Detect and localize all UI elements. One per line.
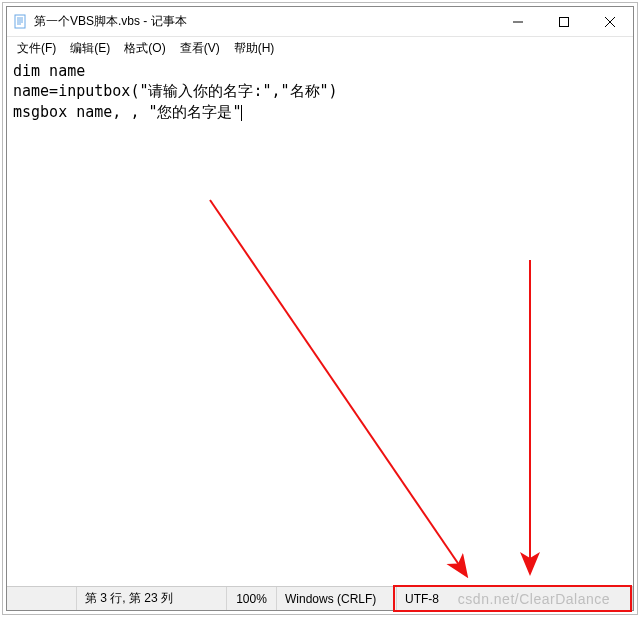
menu-help[interactable]: 帮助(H) xyxy=(228,38,281,59)
menu-file[interactable]: 文件(F) xyxy=(11,38,62,59)
window-title: 第一个VBS脚本.vbs - 记事本 xyxy=(34,13,495,30)
menu-view[interactable]: 查看(V) xyxy=(174,38,226,59)
notepad-icon xyxy=(13,14,29,30)
status-line-ending: Windows (CRLF) xyxy=(277,587,397,610)
close-button[interactable] xyxy=(587,7,633,36)
notepad-window: 第一个VBS脚本.vbs - 记事本 文件(F) 编辑(E) 格式(O) 查看(… xyxy=(6,6,634,611)
menu-format[interactable]: 格式(O) xyxy=(118,38,171,59)
status-position: 第 3 行, 第 23 列 xyxy=(77,587,227,610)
menubar: 文件(F) 编辑(E) 格式(O) 查看(V) 帮助(H) xyxy=(7,37,633,59)
status-zoom: 100% xyxy=(227,587,277,610)
maximize-button[interactable] xyxy=(541,7,587,36)
svg-rect-6 xyxy=(560,17,569,26)
status-encoding-label: UTF-8 xyxy=(405,592,439,606)
menu-edit[interactable]: 编辑(E) xyxy=(64,38,116,59)
window-controls xyxy=(495,7,633,36)
status-encoding: UTF-8 xyxy=(397,587,633,610)
minimize-button[interactable] xyxy=(495,7,541,36)
status-spacer xyxy=(7,587,77,610)
editor-content: dim name name=inputbox("请输入你的名字:","名称") … xyxy=(13,62,338,121)
titlebar: 第一个VBS脚本.vbs - 记事本 xyxy=(7,7,633,37)
text-editor[interactable]: dim name name=inputbox("请输入你的名字:","名称") … xyxy=(7,59,633,586)
statusbar: 第 3 行, 第 23 列 100% Windows (CRLF) UTF-8 xyxy=(7,586,633,610)
text-cursor xyxy=(241,105,242,121)
